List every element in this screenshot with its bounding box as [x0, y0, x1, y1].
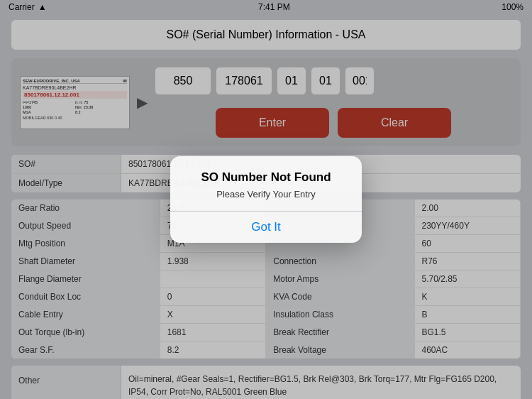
modal-box: SO Number Not Found Please Verify Your E…: [170, 156, 362, 243]
modal-message: Please Verify Your Entry: [184, 189, 348, 200]
modal-overlay: SO Number Not Found Please Verify Your E…: [0, 0, 532, 399]
modal-title: SO Number Not Found: [184, 170, 348, 185]
modal-content: SO Number Not Found Please Verify Your E…: [170, 156, 362, 200]
modal-got-it-button[interactable]: Got It: [170, 212, 362, 243]
